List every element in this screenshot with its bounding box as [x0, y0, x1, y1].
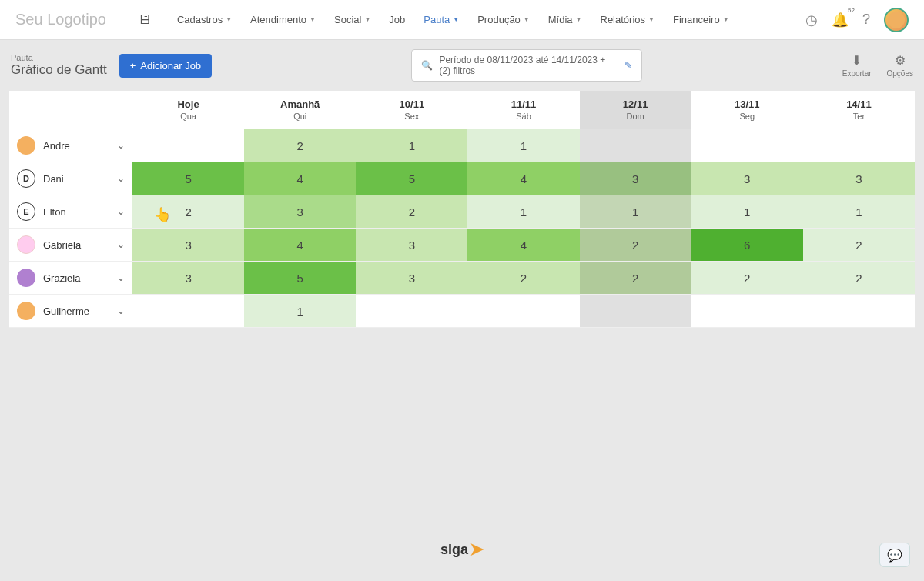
person-cell[interactable]: Guilherme⌄: [9, 295, 132, 327]
day-cell[interactable]: 2: [467, 262, 579, 294]
day-cell[interactable]: 3: [580, 162, 691, 195]
day-cell[interactable]: 3: [356, 262, 467, 294]
arrow-icon: ➤: [470, 539, 484, 559]
day-cell[interactable]: 2: [803, 229, 915, 261]
chevron-down-icon[interactable]: ⌄: [117, 173, 125, 184]
day-cell[interactable]: 2: [132, 195, 244, 228]
day-cell[interactable]: 5: [356, 162, 467, 195]
day-cell[interactable]: 4: [244, 229, 356, 261]
day-cell[interactable]: 2: [244, 129, 356, 162]
chevron-down-icon[interactable]: ⌄: [117, 306, 125, 316]
search-icon: 🔍: [421, 60, 433, 71]
chevron-down-icon: ▼: [723, 16, 729, 23]
day-col: 10/11Sex: [356, 91, 467, 129]
gear-icon: ⚙: [895, 53, 906, 68]
day-label: 14/11: [806, 99, 912, 110]
day-cell[interactable]: 2: [803, 262, 915, 294]
person-avatar: [17, 302, 35, 320]
day-cell[interactable]: [691, 129, 803, 162]
export-button[interactable]: ⬇ Exportar: [842, 53, 872, 78]
day-cell[interactable]: [803, 295, 915, 327]
day-cell[interactable]: 4: [467, 229, 579, 261]
day-cell[interactable]: 3: [132, 229, 244, 261]
person-cell[interactable]: Andre⌄: [9, 129, 132, 162]
day-cell[interactable]: 2: [580, 229, 691, 261]
day-col: HojeQua: [132, 91, 244, 129]
nav-financeiro[interactable]: Financeiro▼: [665, 9, 737, 30]
person-avatar: D: [17, 169, 35, 188]
chat-button[interactable]: 💬: [879, 543, 910, 567]
add-job-button[interactable]: + Adicionar Job: [119, 54, 212, 78]
day-cell[interactable]: [803, 129, 915, 162]
chevron-down-icon: ▼: [648, 16, 654, 23]
day-cell[interactable]: 4: [467, 162, 579, 195]
day-cell[interactable]: 4: [244, 162, 356, 195]
person-cell[interactable]: Graziela⌄: [9, 262, 132, 294]
help-icon[interactable]: ?: [862, 12, 870, 28]
add-job-label: Adicionar Job: [140, 60, 201, 72]
day-cell[interactable]: 1: [467, 129, 579, 162]
nav-mídia[interactable]: Mídia▼: [541, 9, 590, 30]
nav-pauta[interactable]: Pauta▼: [416, 9, 467, 30]
day-cell[interactable]: [691, 295, 803, 327]
chevron-down-icon[interactable]: ⌄: [117, 206, 125, 217]
filter-box[interactable]: 🔍 Período de 08/11/2023 até 14/11/2023 +…: [411, 49, 642, 82]
person-avatar: E: [17, 202, 35, 221]
day-cell[interactable]: 3: [803, 162, 915, 195]
nav-label: Mídia: [548, 14, 573, 25]
options-button[interactable]: ⚙ Opções: [887, 53, 913, 78]
subheader: Pauta Gráfico de Gantt + Adicionar Job 🔍…: [0, 40, 924, 91]
day-col: AmanhãQui: [244, 91, 356, 129]
person-avatar: [17, 136, 35, 155]
day-sub: Qua: [136, 112, 241, 121]
day-cell[interactable]: 1: [803, 195, 915, 228]
day-cell[interactable]: 5: [132, 162, 244, 195]
day-cell[interactable]: 1: [467, 195, 579, 228]
chevron-down-icon[interactable]: ⌄: [117, 140, 125, 151]
day-cell[interactable]: 3: [356, 229, 467, 261]
day-cell[interactable]: [356, 295, 467, 327]
day-cell[interactable]: 2: [356, 195, 467, 228]
person-cell[interactable]: EElton⌄: [9, 195, 132, 228]
person-name: Gabriela: [43, 239, 109, 251]
day-cell[interactable]: 1: [691, 195, 803, 228]
day-cell[interactable]: 6: [691, 229, 803, 261]
nav-job[interactable]: Job: [381, 9, 413, 30]
day-cell[interactable]: [467, 295, 579, 327]
clock-icon[interactable]: ◷: [805, 12, 818, 28]
day-cell[interactable]: 3: [132, 262, 244, 294]
day-cell[interactable]: [132, 295, 244, 327]
day-label: 13/11: [695, 99, 800, 110]
nav-produção[interactable]: Produção▼: [470, 9, 537, 30]
nav-relatórios[interactable]: Relatórios▼: [593, 9, 662, 30]
nav-cadastros[interactable]: Cadastros▼: [169, 9, 239, 30]
day-cell[interactable]: 2: [691, 262, 803, 294]
day-cell[interactable]: 1: [356, 129, 467, 162]
footer-logo: siga➤: [440, 539, 484, 559]
day-cell[interactable]: [580, 129, 691, 162]
chevron-down-icon[interactable]: ⌄: [117, 272, 125, 283]
monitor-icon[interactable]: 🖥: [137, 12, 151, 28]
day-cell[interactable]: 3: [691, 162, 803, 195]
day-cell[interactable]: 2: [580, 262, 691, 294]
person-cell[interactable]: DDani⌄: [9, 162, 132, 195]
day-cell[interactable]: 3: [244, 195, 356, 228]
user-avatar[interactable]: [884, 8, 909, 32]
nav-label: Financeiro: [673, 14, 720, 25]
nav-label: Pauta: [424, 14, 450, 25]
person-name: Andre: [43, 140, 109, 152]
day-cell[interactable]: 1: [580, 195, 691, 228]
nav-social[interactable]: Social▼: [326, 9, 378, 30]
day-cell[interactable]: 5: [244, 262, 356, 294]
bell-icon[interactable]: 🔔52: [832, 12, 849, 28]
day-cell[interactable]: [132, 129, 244, 162]
day-col: 14/11Ter: [803, 91, 915, 129]
day-cell[interactable]: 1: [244, 295, 356, 327]
nav-atendimento[interactable]: Atendimento▼: [243, 9, 323, 30]
day-sub: Sáb: [470, 112, 576, 121]
edit-filter-icon[interactable]: ✎: [624, 60, 632, 71]
day-cell[interactable]: [580, 295, 691, 327]
person-cell[interactable]: Gabriela⌄: [9, 229, 132, 261]
options-label: Opções: [887, 69, 913, 78]
chevron-down-icon[interactable]: ⌄: [117, 239, 125, 250]
